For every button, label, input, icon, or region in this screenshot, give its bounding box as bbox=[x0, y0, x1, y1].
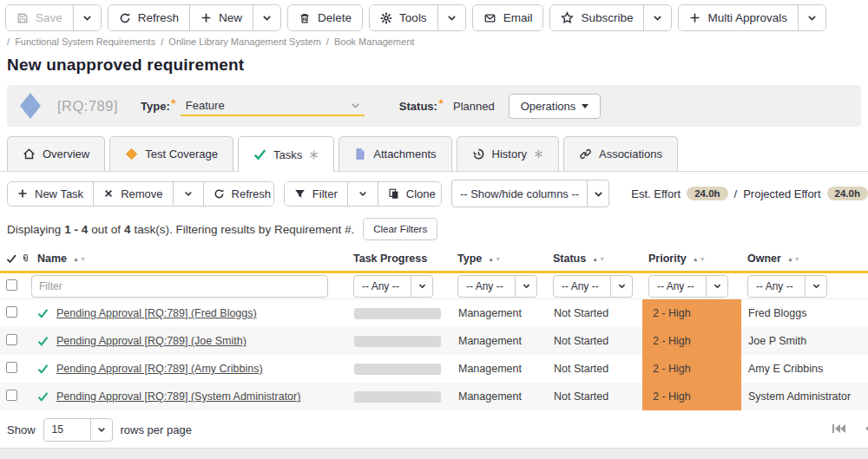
sort-arrows-icon[interactable]: ▲▼ bbox=[592, 256, 606, 262]
tab-associations-label: Associations bbox=[599, 148, 662, 161]
tab-attachments[interactable]: Attachments bbox=[339, 136, 451, 171]
chevron-down-icon bbox=[411, 276, 432, 297]
operations-button[interactable]: Operations bbox=[509, 94, 602, 119]
type-filter-select[interactable]: -- Any -- bbox=[457, 275, 537, 298]
sort-arrows-icon[interactable]: ▲▼ bbox=[488, 256, 502, 262]
status-filter-select[interactable]: -- Any -- bbox=[553, 275, 633, 298]
task-progress-filter-select[interactable]: -- Any -- bbox=[353, 275, 433, 298]
filter-button[interactable]: Filter bbox=[285, 182, 347, 206]
home-icon bbox=[23, 148, 36, 161]
summary-count: 4 bbox=[124, 223, 131, 236]
show-hide-columns-select[interactable]: -- Show/hide columns -- bbox=[451, 180, 609, 207]
type-select[interactable]: Feature bbox=[181, 96, 365, 116]
task-priority: 2 - High bbox=[642, 299, 741, 327]
previous-page-icon[interactable] bbox=[861, 422, 868, 436]
check-icon bbox=[37, 364, 49, 375]
row-checkbox[interactable] bbox=[6, 362, 17, 373]
save-button[interactable]: Save bbox=[6, 5, 73, 30]
select-all-checkbox[interactable] bbox=[6, 279, 17, 291]
column-header-owner[interactable]: Owner ▲▼ bbox=[741, 252, 868, 265]
multi-approvals-button[interactable]: Multi Approvals bbox=[679, 5, 798, 30]
chevron-down-icon bbox=[806, 12, 818, 23]
tab-tasks-label: Tasks bbox=[273, 148, 302, 161]
task-progress-bar bbox=[354, 364, 441, 375]
multi-approvals-dropdown-button[interactable] bbox=[798, 5, 825, 30]
check-icon bbox=[37, 308, 49, 319]
delete-button[interactable]: Delete bbox=[288, 5, 362, 30]
name-filter-input[interactable] bbox=[31, 275, 328, 298]
caret-down-icon bbox=[582, 104, 589, 108]
tools-dropdown-button[interactable] bbox=[437, 5, 465, 30]
sort-arrows-icon[interactable]: ▲▼ bbox=[693, 256, 707, 262]
clone-button[interactable]: Clone bbox=[378, 182, 442, 206]
breadcrumb-item-book-management[interactable]: Book Management bbox=[334, 36, 414, 47]
task-progress-bar bbox=[354, 336, 441, 347]
breadcrumb: / Functional System Requirements / Onlin… bbox=[7, 36, 868, 47]
row-checkbox[interactable] bbox=[6, 306, 17, 318]
sort-arrows-icon[interactable]: ▲▼ bbox=[787, 256, 801, 262]
owner-filter-select[interactable]: -- Any -- bbox=[747, 275, 827, 298]
task-link[interactable]: Pending Approval [RQ:789] (Fred Bloggs) bbox=[56, 307, 257, 319]
projected-effort-label: Projected Effort bbox=[743, 187, 820, 200]
task-owner: Joe P Smith bbox=[741, 335, 868, 347]
tab-associations[interactable]: Associations bbox=[563, 136, 678, 171]
results-summary: Displaying 1 - 4 out of 4 task(s). Filte… bbox=[7, 218, 868, 240]
unsaved-asterisk-icon bbox=[534, 149, 543, 159]
refresh-button[interactable]: Refresh bbox=[108, 5, 189, 30]
main-toolbar: Save Refresh New Delete Tools bbox=[5, 4, 868, 31]
tab-history[interactable]: History bbox=[457, 136, 559, 171]
tab-overview[interactable]: Overview bbox=[7, 136, 105, 171]
tools-button-group: Tools bbox=[369, 4, 466, 31]
breadcrumb-item-online-library-management-system[interactable]: Online Library Management System bbox=[168, 36, 320, 47]
clear-filters-button[interactable]: Clear Filters bbox=[363, 218, 437, 240]
save-dropdown-button[interactable] bbox=[73, 5, 101, 30]
tab-overview-label: Overview bbox=[43, 148, 89, 161]
first-page-icon[interactable] bbox=[832, 422, 847, 436]
task-type: Management bbox=[451, 335, 547, 347]
trash-icon bbox=[299, 12, 311, 24]
subscribe-button[interactable]: Subscribe bbox=[550, 5, 643, 30]
column-header-priority[interactable]: Priority ▲▼ bbox=[642, 252, 741, 265]
email-button[interactable]: Email bbox=[473, 5, 543, 30]
rows-per-page-select[interactable]: 15 bbox=[43, 418, 113, 442]
table-row: Pending Approval [RQ:789] (Amy Cribbins)… bbox=[0, 355, 868, 383]
refresh-tasks-button[interactable]: Refresh bbox=[203, 182, 274, 206]
filter-dropdown-button[interactable] bbox=[347, 182, 378, 206]
subscribe-dropdown-button[interactable] bbox=[643, 5, 671, 30]
column-header-type[interactable]: Type ▲▼ bbox=[451, 252, 547, 265]
tab-test-coverage[interactable]: Test Coverage bbox=[109, 136, 233, 171]
table-row: Pending Approval [RQ:789] (System Admini… bbox=[0, 383, 868, 410]
task-link[interactable]: Pending Approval [RQ:789] (System Admini… bbox=[56, 390, 300, 403]
effort-separator: / bbox=[734, 187, 738, 200]
diamond-icon bbox=[125, 148, 138, 161]
table-header-row: Name ▲▼ Task Progress Type ▲▼ Status ▲▼ … bbox=[0, 246, 868, 273]
check-icon bbox=[37, 391, 49, 403]
column-header-status[interactable]: Status ▲▼ bbox=[547, 252, 642, 265]
breadcrumb-item-functional-system-requirements[interactable]: Functional System Requirements bbox=[15, 36, 155, 47]
breadcrumb-separator: / bbox=[326, 36, 329, 47]
task-link[interactable]: Pending Approval [RQ:789] (Amy Cribbins) bbox=[56, 363, 263, 375]
task-owner: Amy E Cribbins bbox=[741, 363, 868, 375]
breadcrumb-separator: / bbox=[161, 36, 163, 47]
sort-arrows-icon[interactable]: ▲▼ bbox=[73, 256, 87, 262]
tools-button[interactable]: Tools bbox=[370, 5, 437, 30]
new-button[interactable]: New bbox=[189, 5, 253, 30]
type-label: Type: bbox=[141, 100, 170, 113]
save-button-group: Save bbox=[5, 4, 102, 31]
task-status: Not Started bbox=[547, 390, 642, 403]
priority-filter-select[interactable]: -- Any -- bbox=[648, 275, 728, 298]
row-checkbox[interactable] bbox=[6, 334, 17, 345]
task-link[interactable]: Pending Approval [RQ:789] (Joe Smith) bbox=[56, 335, 247, 347]
star-icon bbox=[561, 11, 574, 24]
new-task-button[interactable]: New Task bbox=[8, 182, 93, 206]
tab-tasks[interactable]: Tasks bbox=[238, 136, 334, 172]
table-row: Pending Approval [RQ:789] (Joe Smith) Ma… bbox=[0, 327, 868, 355]
requirement-header-bar: [RQ:789] Type: ★ Feature Status: ★ Plann… bbox=[7, 85, 861, 127]
column-header-name[interactable]: Name ▲▼ bbox=[31, 252, 347, 265]
row-checkbox[interactable] bbox=[6, 390, 17, 401]
remove-dropdown-button[interactable] bbox=[173, 182, 203, 206]
task-type: Management bbox=[451, 390, 547, 403]
new-dropdown-button[interactable] bbox=[253, 5, 280, 30]
check-icon bbox=[37, 336, 49, 347]
remove-task-button[interactable]: Remove bbox=[93, 182, 172, 206]
